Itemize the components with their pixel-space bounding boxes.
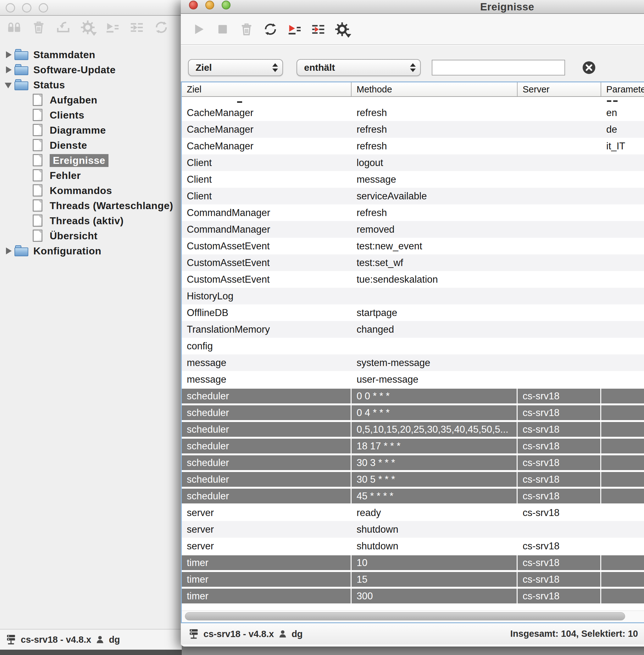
cell-parameter [601, 254, 644, 271]
table-row[interactable]: message user-message [182, 371, 644, 388]
cell-parameter [601, 488, 644, 505]
table-row[interactable]: server ready cs-srv18 [182, 505, 644, 521]
column-header-ziel[interactable]: Ziel [182, 83, 351, 96]
table-row[interactable]: CommandManager removed [182, 221, 644, 238]
zoom-icon[interactable] [39, 3, 48, 13]
minimize-icon[interactable] [22, 3, 31, 13]
table-row[interactable]: CacheManager refresh de [182, 121, 644, 138]
cell-server [518, 204, 601, 221]
cell-methode: 0 4 * * * [351, 404, 518, 421]
cell-methode: system-message [351, 354, 518, 371]
tree-item[interactable]: Stammdaten [0, 47, 182, 62]
table-header: Ziel Methode Server Parameter [182, 83, 644, 97]
table-row[interactable]: CustomAssetEvent tue:sendeskalation [182, 271, 644, 288]
tree-item[interactable]: Übersicht [0, 228, 182, 243]
list-run-icon[interactable] [310, 21, 326, 37]
disclosure-triangle-icon[interactable] [4, 65, 15, 75]
play-icon[interactable] [191, 21, 207, 37]
close-icon[interactable] [189, 1, 198, 9]
cell-ziel: scheduler [182, 454, 351, 471]
stop-icon[interactable] [215, 21, 230, 37]
table-row[interactable]: Client message [182, 171, 644, 188]
table-row[interactable]: scheduler 18 17 * * * cs-srv18 [182, 438, 644, 454]
filter-query-input[interactable] [432, 60, 565, 75]
table-row[interactable]: scheduler 30 3 * * * cs-srv18 [182, 454, 644, 471]
tree-item[interactable]: Dienste [0, 138, 182, 153]
person-icon [278, 629, 288, 639]
gear-menu-icon[interactable] [334, 21, 350, 37]
cell-ziel: Client [182, 188, 351, 204]
table-row[interactable]: scheduler 45 * * * * cs-srv18 [182, 488, 644, 505]
table-row[interactable]: message system-message [182, 354, 644, 371]
table-row[interactable]: OfflineDB startpage [182, 304, 644, 321]
trash-icon[interactable] [239, 21, 254, 37]
table-row[interactable]: TranslationMemory changed [182, 321, 644, 338]
table-row[interactable]: Client serviceAvailable [182, 188, 644, 204]
refresh-icon[interactable] [154, 20, 169, 35]
cell-ziel: scheduler [182, 438, 351, 454]
table-row[interactable]: Client logout [182, 155, 644, 171]
cell-server [518, 155, 601, 171]
refresh-icon[interactable] [262, 21, 278, 37]
minimize-icon[interactable] [205, 1, 214, 9]
column-header-methode[interactable]: Methode [351, 83, 518, 96]
cell-methode: logout [351, 155, 518, 171]
zoom-icon[interactable] [222, 1, 230, 9]
filter-operator-value: enthält [297, 62, 335, 73]
cell-server [518, 188, 601, 204]
tree-item[interactable]: Clients [0, 108, 182, 123]
filter-field-dropdown[interactable]: Ziel [188, 59, 283, 76]
cell-methode: 0 0 * * * [351, 388, 518, 404]
cell-ziel: scheduler [182, 421, 351, 438]
table-row[interactable]: server shutdown [182, 521, 644, 538]
table-row[interactable]: scheduler 0 0 * * * cs-srv18 [182, 388, 644, 404]
table-row[interactable]: timer 300 cs-srv18 [182, 588, 644, 604]
tree-item[interactable]: Aufgaben [0, 92, 182, 108]
table-row[interactable]: timer 15 cs-srv18 [182, 571, 644, 588]
table-row[interactable]: CommandManager refresh [182, 204, 644, 221]
tree-item[interactable]: Diagramme [0, 123, 182, 138]
cell-methode [351, 338, 518, 354]
table-row[interactable]: scheduler 0,5,10,15,20,25,30,35,40,45,50… [182, 421, 644, 438]
import-icon[interactable] [55, 20, 71, 35]
table-row[interactable]: CustomAssetEvent test:set_wf [182, 254, 644, 271]
tree-item[interactable]: Kommandos [0, 183, 182, 198]
table-row[interactable]: config [182, 338, 644, 354]
table-row[interactable]: timer 10 cs-srv18 [182, 554, 644, 571]
horizontal-scrollbar[interactable] [182, 610, 644, 622]
list-run-icon[interactable] [129, 20, 145, 35]
disclosure-triangle-icon[interactable] [4, 245, 15, 256]
locks-icon[interactable] [6, 20, 22, 35]
gear-menu-icon[interactable] [80, 20, 96, 35]
table-row[interactable]: CustomAssetEvent test:new_event [182, 238, 644, 254]
column-header-parameter[interactable]: Parameter [601, 83, 644, 96]
tree-item[interactable]: Ereignisse [0, 153, 182, 168]
disclosure-triangle-icon[interactable] [4, 49, 15, 60]
tree-item[interactable]: Fehler [0, 168, 182, 183]
tree-item[interactable]: Threads (Warteschlange) [0, 198, 182, 213]
table-row[interactable]: scheduler 0 4 * * * cs-srv18 [182, 404, 644, 421]
cell-server: cs-srv18 [518, 505, 601, 521]
tree-item[interactable]: Konfiguration [0, 243, 182, 258]
filter-operator-dropdown[interactable]: enthält [297, 59, 421, 76]
close-icon[interactable] [6, 3, 15, 13]
node-icon [15, 48, 29, 61]
clear-filter-icon[interactable] [582, 61, 596, 75]
column-header-server[interactable]: Server [518, 83, 601, 96]
table-row[interactable]: HistoryLog [182, 288, 644, 304]
disclosure-triangle-icon[interactable] [4, 79, 15, 90]
table-row[interactable]: CacheManager refresh it_IT [182, 138, 644, 155]
table-row[interactable]: CacheManager refresh en [182, 104, 644, 121]
table-row[interactable]: server shutdown cs-srv18 [182, 538, 644, 554]
table-row[interactable]: scheduler 30 5 * * * cs-srv18 [182, 471, 644, 488]
tree-item[interactable]: Threads (aktiv) [0, 213, 182, 228]
scrollbar-thumb[interactable] [185, 612, 625, 621]
tree-item[interactable]: Software-Update [0, 62, 182, 77]
tree-item[interactable]: Status [0, 77, 182, 92]
run-list-icon[interactable] [105, 20, 120, 35]
cell-parameter [601, 454, 644, 471]
cell-ziel: message [182, 354, 351, 371]
run-list-icon[interactable] [286, 21, 302, 37]
titlebar[interactable]: Ereignisse [181, 0, 644, 14]
trash-icon[interactable] [31, 20, 47, 35]
